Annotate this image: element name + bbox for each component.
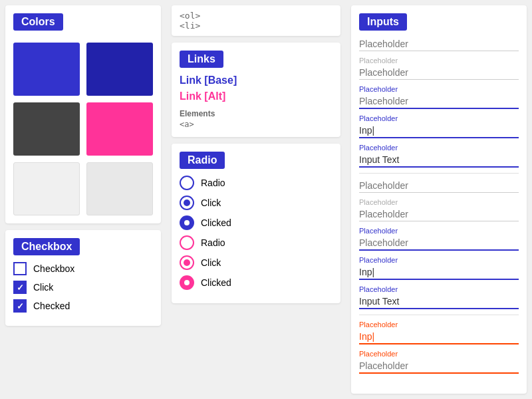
radio-pink-filled-row: Click xyxy=(180,255,332,270)
radio-pink-empty-row: Radio xyxy=(180,235,332,250)
input-blue-active[interactable] xyxy=(359,94,519,109)
input-group-1-default xyxy=(359,37,519,51)
inputs-section: Inputs Placeholder Placeholder Placehold… xyxy=(351,5,527,394)
checkbox-section: Checkbox Checkbox Click Checked xyxy=(5,230,161,326)
input-default-3[interactable] xyxy=(359,179,519,193)
input-group-1-blue-typing: Placeholder xyxy=(359,114,519,138)
input-default-2[interactable] xyxy=(359,66,519,80)
links-section: Links Link [Base] Link [Alt] Elements <a… xyxy=(172,43,340,137)
checkbox-row-unchecked: Checkbox xyxy=(13,262,153,275)
colors-header: Colors xyxy=(13,13,63,31)
links-header: Links xyxy=(180,51,223,68)
input-blue-filled[interactable] xyxy=(359,153,519,168)
checkbox-click[interactable] xyxy=(13,281,27,294)
input-red-placeholder[interactable] xyxy=(359,359,519,374)
elements-label: Elements xyxy=(180,109,332,118)
input-label-3: Placeholder xyxy=(359,114,519,122)
radio-blue-full-row: Clicked xyxy=(180,215,332,230)
color-grid xyxy=(13,43,153,215)
swatch-primary-blue-dark xyxy=(86,43,153,96)
radio-blue-full-label: Clicked xyxy=(201,217,231,228)
code-line-1: <ol> xyxy=(180,11,332,21)
colors-section: Colors xyxy=(5,5,161,223)
radio-blue-filled-row: Click xyxy=(180,196,332,210)
input-red-typing[interactable] xyxy=(359,330,519,344)
input-label-10: Placeholder xyxy=(359,350,519,358)
code-line-2: <li> xyxy=(180,21,332,31)
checkbox-header: Checkbox xyxy=(13,238,80,255)
input-default-1[interactable] xyxy=(359,37,519,51)
input-group-3-red-typing: Placeholder xyxy=(359,321,519,344)
checkbox-checked[interactable] xyxy=(13,299,27,313)
swatch-lighter-gray xyxy=(86,162,153,215)
elements-tag: <a> xyxy=(180,120,332,129)
input-blue-typing-2[interactable] xyxy=(359,265,519,280)
input-label-5: Placeholder xyxy=(359,198,519,206)
link-base[interactable]: Link [Base] xyxy=(180,74,332,86)
input-label-1: Placeholder xyxy=(359,57,519,65)
input-blue-filled-2[interactable] xyxy=(359,295,519,309)
radio-pink-filled[interactable] xyxy=(180,255,194,270)
radio-section: Radio Radio Click Clicked Radio Click Cl… xyxy=(172,144,340,303)
checkbox-label-click: Click xyxy=(33,282,53,293)
radio-blue-empty[interactable] xyxy=(180,176,194,190)
swatch-light-gray xyxy=(13,162,80,215)
input-label-7: Placeholder xyxy=(359,256,519,264)
radio-pink-full-label: Clicked xyxy=(201,277,231,288)
input-group-2-small: Placeholder xyxy=(359,198,519,221)
radio-pink-empty-label: Radio xyxy=(201,237,225,248)
input-blue-typing[interactable] xyxy=(359,124,519,138)
input-group-3-red-placeholder: Placeholder xyxy=(359,350,519,374)
checkbox-row-checked: Checked xyxy=(13,299,153,313)
input-blue-active-2[interactable] xyxy=(359,236,519,251)
input-label-9: Placeholder xyxy=(359,321,519,329)
inputs-header: Inputs xyxy=(359,13,407,31)
radio-blue-empty-label: Radio xyxy=(201,178,225,188)
swatch-dark-gray xyxy=(13,102,80,156)
input-label-4: Placeholder xyxy=(359,144,519,152)
code-section: <ol> <li> xyxy=(172,5,340,36)
input-label-6: Placeholder xyxy=(359,227,519,235)
radio-blue-filled-label: Click xyxy=(201,198,221,208)
input-divider-2 xyxy=(359,315,519,315)
input-group-2-blue-filled: Placeholder xyxy=(359,285,519,309)
radio-pink-empty[interactable] xyxy=(180,235,194,250)
input-group-1-blue-filled: Placeholder xyxy=(359,144,519,168)
radio-pink-full-row: Clicked xyxy=(180,275,332,290)
radio-blue-filled[interactable] xyxy=(180,196,194,210)
swatch-pink-alt xyxy=(86,102,153,156)
input-group-2-blue-active: Placeholder xyxy=(359,227,519,251)
checkbox-row-click: Click xyxy=(13,281,153,294)
radio-blue-full[interactable] xyxy=(180,215,194,230)
input-group-1-blue-active: Placeholder xyxy=(359,85,519,109)
input-group-2-blue-typing: Placeholder xyxy=(359,256,519,280)
input-label-8: Placeholder xyxy=(359,285,519,293)
checkbox-unchecked[interactable] xyxy=(13,262,27,275)
column-3: Inputs Placeholder Placeholder Placehold… xyxy=(346,0,532,399)
input-label-2: Placeholder xyxy=(359,85,519,93)
input-group-1-small: Placeholder xyxy=(359,57,519,80)
radio-header: Radio xyxy=(180,152,225,169)
swatch-primary-blue xyxy=(13,43,80,96)
radio-pink-full[interactable] xyxy=(180,275,194,290)
radio-pink-filled-label: Click xyxy=(201,257,221,268)
radio-blue-empty-row: Radio xyxy=(180,176,332,190)
column-2: <ol> <li> Links Link [Base] Link [Alt] E… xyxy=(166,0,346,399)
input-group-2-default xyxy=(359,179,519,193)
link-alt[interactable]: Link [Alt] xyxy=(180,90,332,102)
input-divider-1 xyxy=(359,173,519,174)
checkbox-label-checked: Checked xyxy=(33,301,70,311)
column-1: Colors Checkbox Checkbox Click Checked xyxy=(0,0,166,399)
input-default-4[interactable] xyxy=(359,207,519,221)
checkbox-label-unchecked: Checkbox xyxy=(33,263,74,274)
